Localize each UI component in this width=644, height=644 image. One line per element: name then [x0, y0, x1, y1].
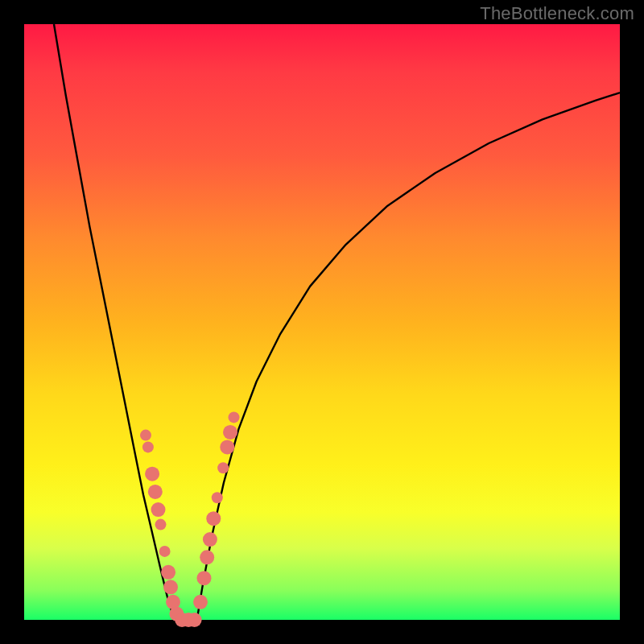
data-marker — [220, 440, 234, 454]
data-marker — [163, 580, 178, 594]
marker-group — [140, 411, 240, 627]
data-marker — [148, 485, 163, 499]
data-marker — [197, 571, 212, 585]
data-marker — [161, 565, 175, 580]
data-marker — [188, 613, 202, 627]
bottleneck-curve — [54, 24, 620, 620]
data-marker — [212, 492, 223, 503]
data-marker — [151, 502, 166, 517]
data-marker — [140, 430, 151, 441]
data-marker — [206, 511, 221, 526]
data-marker — [200, 550, 214, 564]
data-marker — [145, 467, 159, 481]
watermark-text: TheBottleneck.com — [480, 3, 634, 24]
chart-svg — [24, 24, 620, 620]
plot-area — [24, 24, 620, 620]
data-marker — [229, 411, 240, 423]
data-marker — [223, 425, 237, 440]
data-marker — [155, 519, 167, 530]
data-marker — [203, 532, 217, 547]
data-marker — [142, 441, 154, 452]
curve-group — [54, 24, 620, 620]
data-marker — [217, 462, 229, 473]
data-marker — [159, 546, 171, 557]
data-marker — [193, 595, 208, 609]
chart-frame: TheBottleneck.com — [0, 0, 644, 644]
